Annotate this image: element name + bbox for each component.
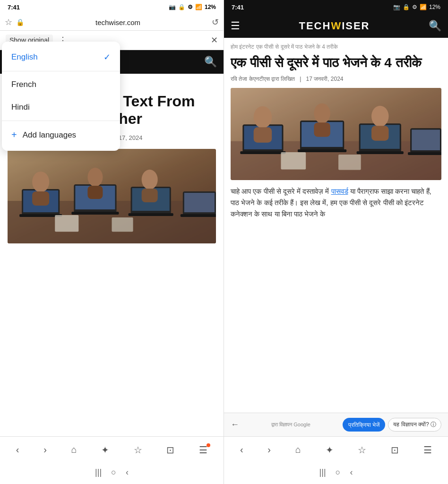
add-languages-item[interactable]: + Add languages <box>2 123 120 147</box>
search-icon-header-right[interactable]: 🔍 <box>429 20 441 32</box>
ad-feedback-button[interactable]: प्रतिक्रिया भेजें <box>343 418 385 432</box>
back-button-right[interactable]: ‹ <box>236 442 247 457</box>
forward-button-left[interactable]: › <box>40 442 51 457</box>
body-text-1: चाहे आप एक पीसी से दूसरे में दस्तावेज़ म… <box>231 187 331 195</box>
menu-button-right[interactable]: ☰ <box>420 442 436 458</box>
menu-button-left[interactable]: ☰ <box>195 442 211 458</box>
french-label: French <box>11 80 36 89</box>
language-item-english[interactable]: English ✓ <box>2 45 120 69</box>
bookmark-star-icon[interactable]: ☆ <box>5 17 12 27</box>
wifi-icon-left: 📶 <box>195 4 202 10</box>
back-button-left[interactable]: ‹ <box>12 442 23 457</box>
lock-icon: 🔒 <box>16 18 24 26</box>
phone-left: 7:41 📷 🔒 ⚙ 📶 12% ☆ 🔒 techwiser.com ↺ Sho… <box>0 0 224 484</box>
home-indicator-left: ||| ○ ‹ <box>0 463 224 484</box>
bookmark-button-right[interactable]: ☆ <box>354 442 370 458</box>
back-gesture-right: ||| <box>319 467 326 477</box>
search-icon-header-left[interactable]: 🔍 <box>204 56 217 68</box>
phone-right: 7:41 📷 🔒 ⚙ 📶 12% ☰ TECHWISER 🔍 होम इंटरन… <box>224 0 448 484</box>
svg-rect-45 <box>231 88 441 180</box>
back-gesture-left: ||| <box>95 467 102 477</box>
forward-button-right[interactable]: › <box>264 442 275 457</box>
article-image-svg-left <box>8 149 216 243</box>
tabs-button-right[interactable]: ⊡ <box>387 442 403 458</box>
browser-bar-left: ☆ 🔒 techwiser.com ↺ <box>0 14 224 31</box>
article-image-left <box>8 149 216 243</box>
settings-icon-left: ⚙ <box>188 4 193 10</box>
article-body-right: चाहे आप एक पीसी से दूसरे में दस्तावेज़ म… <box>231 186 441 220</box>
article-title-right: एक पीसी से दूसरे में पाठ भेजने के 4 तरीक… <box>231 55 441 71</box>
site-logo-right: TECHWISER <box>247 20 422 32</box>
bottom-nav-right: ‹ › ⌂ ✦ ☆ ⊡ ☰ <box>224 436 448 463</box>
article-image-right <box>231 88 441 180</box>
browser-url[interactable]: techwiser.com <box>28 18 208 26</box>
refresh-icon[interactable]: ↺ <box>212 17 219 27</box>
home-button-left[interactable]: ⌂ <box>67 442 80 457</box>
add-languages-label: Add languages <box>23 130 76 140</box>
bookmark-button-left[interactable]: ☆ <box>130 442 146 458</box>
magic-button-right[interactable]: ✦ <box>322 442 337 458</box>
article-meta-right: रवि तेजा केएनटीएस द्वारा लिखित | 17 जनवर… <box>231 76 441 82</box>
lock-icon-right: 🔒 <box>403 4 410 10</box>
body-link[interactable]: पासवर्ड <box>331 187 348 195</box>
breadcrumb-right: होम इंटरनेट एक पीसी से दूसरे में पाठ भेज… <box>231 43 441 50</box>
meta-separator-right: | <box>300 76 301 82</box>
date-right: 17 जनवरी, 2024 <box>306 76 343 82</box>
camera-icon-left: 📷 <box>169 4 176 10</box>
home-gesture-right[interactable]: ○ <box>336 467 341 477</box>
language-dropdown: English ✓ French Hindi + Add languages <box>2 42 120 151</box>
status-bar-right: 7:41 📷 🔒 ⚙ 📶 12% <box>224 0 448 14</box>
home-indicator-right: ||| ○ ‹ <box>224 463 448 484</box>
laptop-scene-left <box>8 149 216 243</box>
battery-right: 12% <box>429 4 440 10</box>
tabs-button-left[interactable]: ⊡ <box>163 442 178 458</box>
ad-buttons: प्रतिक्रिया भेजें यह विज्ञापन क्यों? ⓘ <box>343 418 441 432</box>
bottom-nav-left: ‹ › ⌂ ✦ ☆ ⊡ ☰ <box>0 436 224 463</box>
home-button-right[interactable]: ⌂ <box>292 442 305 457</box>
site-header-right: ☰ TECHWISER 🔍 <box>224 14 448 38</box>
english-label: English <box>11 52 38 62</box>
settings-icon-right: ⚙ <box>412 4 417 10</box>
magic-button-left[interactable]: ✦ <box>97 442 113 458</box>
camera-icon-right: 📷 <box>393 4 400 10</box>
plus-icon: + <box>11 130 17 140</box>
recents-gesture-right: ‹ <box>350 467 353 477</box>
language-item-hindi[interactable]: Hindi <box>2 96 120 119</box>
svg-rect-22 <box>8 149 216 243</box>
author-right: रवि तेजा केएनटीएस द्वारा लिखित <box>231 76 295 82</box>
article-content-right: होम इंटरनेट एक पीसी से दूसरे में पाठ भेज… <box>224 38 448 413</box>
ad-banner-right: ← द्वारा विज्ञापन Google प्रतिक्रिया भेज… <box>224 413 448 436</box>
ad-why-button[interactable]: यह विज्ञापन क्यों? ⓘ <box>388 418 441 432</box>
google-ad-label: द्वारा विज्ञापन Google <box>271 422 310 428</box>
language-item-french[interactable]: French <box>2 73 120 96</box>
close-translation-icon[interactable]: ✕ <box>211 35 218 45</box>
recents-gesture-left: ‹ <box>126 467 129 477</box>
lang-divider-2 <box>2 121 120 121</box>
home-gesture-left[interactable]: ○ <box>111 467 116 477</box>
battery-left: 12% <box>205 4 216 10</box>
status-time-right: 7:41 <box>232 4 244 11</box>
battery-status-left: 🔒 <box>178 4 185 10</box>
lang-divider-1 <box>2 71 120 71</box>
check-icon: ✓ <box>103 52 111 62</box>
status-bar-left: 7:41 📷 🔒 ⚙ 📶 12% <box>0 0 224 14</box>
hamburger-menu-icon[interactable]: ☰ <box>231 20 240 32</box>
wifi-icon-right: 📶 <box>420 4 427 10</box>
status-time-left: 7:41 <box>8 4 20 11</box>
hindi-label: Hindi <box>11 103 30 112</box>
back-ad-icon[interactable]: ← <box>231 420 239 430</box>
article-image-svg-right <box>231 88 441 180</box>
